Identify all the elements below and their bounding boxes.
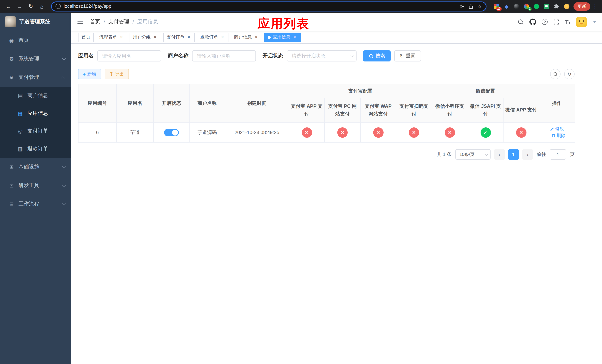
tab-refund-order[interactable]: 退款订单× (197, 32, 228, 42)
github-icon[interactable] (530, 19, 536, 25)
sidebar-item-label: 商户信息 (27, 92, 65, 99)
goto-unit-label: 页 (570, 151, 575, 158)
extension-color-wheel-icon[interactable]: 1 (523, 3, 530, 10)
breadcrumb-item[interactable]: 首页 (90, 19, 100, 25)
tab-pay-order[interactable]: 支付订单× (163, 32, 195, 42)
status-toggle[interactable] (164, 129, 179, 136)
toggle-search-button[interactable] (550, 69, 560, 79)
help-icon[interactable]: ? (542, 19, 548, 25)
chevron-down-icon (62, 56, 66, 60)
reset-button[interactable]: ↻ 重置 (394, 50, 421, 62)
url-text[interactable]: localhost:1024/pay/app (64, 4, 456, 9)
sidebar-item-devtools[interactable]: ⊡研发工具 (0, 176, 71, 195)
tab-close-icon[interactable]: × (152, 35, 158, 40)
next-page-button[interactable]: › (522, 149, 533, 160)
refund-icon: ▥ (16, 146, 24, 152)
password-key-icon[interactable] (459, 3, 465, 9)
cell-created: 2021-10-23 08:49:25 (225, 122, 289, 142)
column-header-app-id: 应用编号 (78, 84, 117, 122)
cell-operations: 修改 删除 (539, 122, 575, 142)
extension-gem-icon[interactable]: ◆ (503, 3, 510, 10)
extension-sphere-icon[interactable] (513, 3, 520, 10)
app-grid-icon: ▦ (16, 110, 24, 116)
sidebar-item-pay-order[interactable]: ◎支付订单 (0, 122, 71, 140)
share-icon[interactable] (469, 3, 474, 9)
search-form: 应用名 商户名称 开启状态 请选择开启状态 搜索 ↻ 重置 (78, 50, 595, 62)
avatar-caret-icon[interactable] (593, 21, 596, 23)
chevron-down-icon (62, 183, 66, 187)
tab-close-icon[interactable]: × (119, 35, 124, 40)
sidebar-item-label: 支付管理 (19, 74, 62, 81)
sidebar-item-home[interactable]: ◉首页 (0, 31, 71, 50)
cell-pay-status-5: ✓ (468, 122, 503, 142)
browser-menu-icon[interactable]: ⋮ (592, 3, 598, 9)
tab-close-icon[interactable]: × (292, 35, 297, 40)
page-size-select[interactable]: 10条/页 (455, 149, 491, 160)
delete-link[interactable]: 删除 (551, 132, 566, 139)
sidebar-item-label: 研发工具 (19, 182, 62, 189)
tab-close-icon[interactable]: × (254, 35, 259, 40)
browser-refresh-icon[interactable]: ↻ (26, 1, 35, 11)
breadcrumb-item[interactable]: 支付管理 (108, 19, 129, 25)
browser-forward-icon[interactable]: → (15, 1, 24, 11)
merchant-name-input[interactable] (192, 50, 256, 62)
column-header-pay-6: 微信 APP 支付 (503, 98, 539, 122)
sidebar-item-workflow[interactable]: ⊟工作流程 (0, 195, 71, 213)
sidebar-item-system[interactable]: ⚙系统管理 (0, 50, 71, 68)
extensions-puzzle-icon[interactable] (553, 3, 560, 10)
bookmark-star-icon[interactable]: ☆ (477, 3, 482, 9)
font-size-icon[interactable]: TT (565, 19, 570, 25)
tab-app-info[interactable]: 应用信息× (264, 32, 301, 42)
sidebar-item-label: 支付订单 (27, 128, 65, 134)
search-button[interactable]: 搜索 (363, 50, 391, 62)
extension-badge: 1 (528, 7, 532, 11)
tab-flow-form[interactable]: 流程表单× (96, 32, 127, 42)
refresh-table-button[interactable]: ↻ (564, 69, 575, 79)
goto-page-input[interactable] (550, 149, 566, 160)
app-logo-row[interactable]: 芋道管理系统 (0, 13, 71, 31)
browser-home-icon[interactable]: ⌂ (37, 1, 47, 11)
refresh-icon: ↻ (400, 54, 404, 58)
sidebar-item-app-info[interactable]: ▦应用信息 (0, 104, 71, 122)
app-name-label: 应用名 (78, 53, 94, 59)
cell-pay-status-0: × (289, 122, 324, 142)
submenu-payment: ▤商户信息▦应用信息◎支付订单▥退款订单 (0, 87, 71, 158)
chevron-down-icon (62, 165, 66, 168)
app-table: 应用编号 应用名 开启状态 商户名称 创建时间 支付宝配置 微信配置 操作 支付… (78, 84, 575, 143)
sidebar-item-refund-order[interactable]: ▥退款订单 (0, 140, 71, 158)
extensions-cluster: 10 ◆ 1 (493, 3, 570, 10)
address-bar[interactable]: i localhost:1024/pay/app ☆ (51, 1, 486, 11)
sidebar-item-label: 工作流程 (19, 201, 62, 207)
status-select-placeholder: 请选择开启状态 (292, 53, 325, 59)
extension-chat-icon[interactable] (543, 3, 550, 10)
tab-user-group[interactable]: 用户分组× (129, 32, 161, 42)
extension-wechat-icon[interactable] (533, 3, 540, 10)
browser-update-button[interactable]: 更新 (573, 2, 590, 11)
chevron-down-icon (485, 152, 488, 156)
add-button[interactable]: + 新增 (78, 69, 101, 79)
cross-circle-icon: × (409, 127, 419, 138)
sidebar-item-merchant-info[interactable]: ▤商户信息 (0, 87, 71, 104)
app-logo (5, 16, 16, 27)
fullscreen-icon[interactable] (553, 19, 559, 25)
tab-home[interactable]: 首页 (78, 32, 94, 42)
search-icon[interactable] (518, 19, 524, 25)
extension-grid-icon[interactable]: 10 (493, 3, 500, 10)
tab-merchant-info[interactable]: 商户信息× (231, 32, 262, 42)
prev-page-button[interactable]: ‹ (494, 149, 505, 160)
sidebar-item-infra[interactable]: ⊞基础设施 (0, 158, 71, 176)
status-select[interactable]: 请选择开启状态 (287, 50, 356, 62)
edit-link[interactable]: 修改 (550, 126, 564, 132)
sidebar-toggle-icon[interactable] (77, 18, 84, 26)
browser-back-icon[interactable]: ← (4, 1, 13, 11)
export-button[interactable]: ↧ 导出 (105, 69, 129, 79)
profile-avatar-icon[interactable] (563, 3, 570, 10)
tab-close-icon[interactable]: × (186, 35, 191, 40)
tab-close-icon[interactable]: × (220, 35, 225, 40)
page-number-button[interactable]: 1 (508, 149, 519, 160)
user-avatar[interactable] (576, 16, 587, 27)
app-name-input[interactable] (97, 50, 161, 62)
site-info-icon[interactable]: i (55, 4, 61, 9)
column-header-status: 开启状态 (153, 84, 189, 122)
sidebar-item-payment[interactable]: ¥支付管理 (0, 68, 71, 87)
